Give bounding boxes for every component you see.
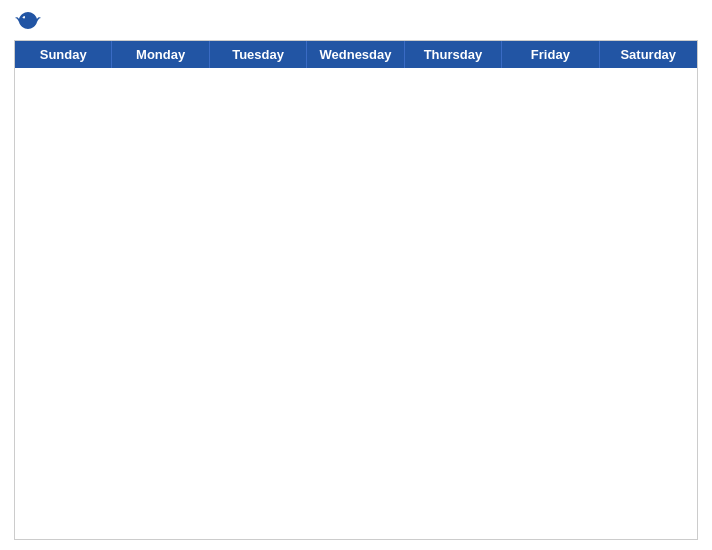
weeks-container: [15, 68, 697, 539]
day-header-wednesday: Wednesday: [307, 41, 404, 68]
calendar-page: SundayMondayTuesdayWednesdayThursdayFrid…: [0, 0, 712, 550]
day-header-tuesday: Tuesday: [210, 41, 307, 68]
logo-bird-icon: [14, 10, 42, 34]
logo: [14, 10, 46, 34]
day-header-monday: Monday: [112, 41, 209, 68]
day-header-friday: Friday: [502, 41, 599, 68]
day-header-thursday: Thursday: [405, 41, 502, 68]
day-headers: SundayMondayTuesdayWednesdayThursdayFrid…: [15, 41, 697, 68]
header: [14, 10, 698, 34]
svg-point-0: [23, 17, 25, 19]
day-header-sunday: Sunday: [15, 41, 112, 68]
calendar-grid: SundayMondayTuesdayWednesdayThursdayFrid…: [14, 40, 698, 540]
day-header-saturday: Saturday: [600, 41, 697, 68]
